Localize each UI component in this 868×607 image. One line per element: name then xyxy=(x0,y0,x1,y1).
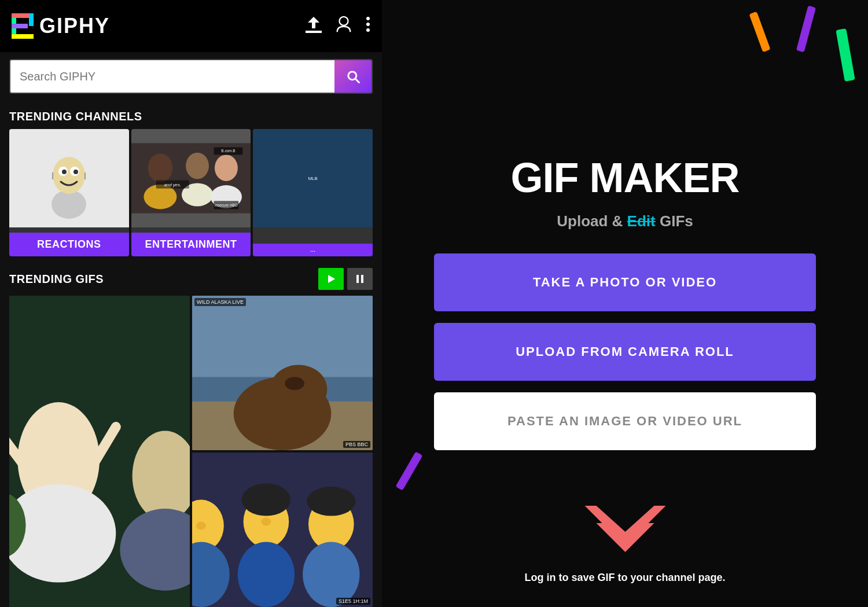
svg-point-25 xyxy=(215,154,238,181)
svg-text:insecure HBO: insecure HBO xyxy=(215,203,238,207)
svg-rect-34 xyxy=(356,275,359,283)
svg-rect-7 xyxy=(306,31,322,33)
svg-point-57 xyxy=(242,483,290,516)
gifs-grid: WILD ALASKA LIVE PBS BBC xyxy=(0,296,382,607)
svg-rect-4 xyxy=(29,13,34,26)
svg-text:B.com.B: B.com.B xyxy=(221,149,235,153)
subtitle-end: GIFs xyxy=(656,212,693,230)
search-input[interactable] xyxy=(10,60,334,93)
svg-point-21 xyxy=(148,153,172,182)
simpsons-gif-duration: S1E5 1H:1M xyxy=(336,598,370,605)
upload-icon[interactable] xyxy=(306,16,322,36)
svg-marker-33 xyxy=(328,275,335,283)
logo: GIPHY xyxy=(12,13,110,39)
svg-point-16 xyxy=(62,170,67,174)
partial-label: ... xyxy=(253,244,373,256)
subtitle-normal: Upload & xyxy=(557,212,627,230)
right-panel: GIF MAKER Upload & Edit GIFs TAKE A PHOT… xyxy=(382,0,868,607)
channel-partial: MLB ... xyxy=(253,129,373,256)
svg-rect-35 xyxy=(361,275,363,283)
svg-point-17 xyxy=(73,170,78,174)
svg-rect-45 xyxy=(192,296,373,377)
pause-button[interactable] xyxy=(347,268,373,290)
login-text: Log in to save GIF to your channel page. xyxy=(524,572,725,584)
triangle-logo xyxy=(579,500,671,558)
svg-point-12 xyxy=(52,190,86,219)
bear-gif-badge: WILD ALASKA LIVE xyxy=(194,298,246,306)
svg-point-8 xyxy=(340,17,348,25)
reactions-label: REACTIONS xyxy=(9,233,129,256)
gif-maker-content: GIF MAKER Upload & Edit GIFs TAKE A PHOT… xyxy=(428,157,822,450)
trending-channels-title: TRENDING CHANNELS xyxy=(0,101,382,129)
take-photo-video-button[interactable]: TAKE A PHOTO OR VIDEO xyxy=(434,253,816,311)
deco-purple2-shape xyxy=(395,451,422,491)
svg-point-13 xyxy=(53,157,85,194)
trending-gifs-title: TRENDING GIFS xyxy=(9,273,104,286)
deco-green-shape xyxy=(836,28,855,82)
channel-entertainment[interactable]: and yes. insecure HBO B.com.B ENTERTAINM… xyxy=(131,129,251,256)
more-options-icon[interactable] xyxy=(366,16,370,36)
upload-camera-roll-button[interactable]: UPLOAD FROM CAMERA ROLL xyxy=(434,323,816,381)
header-actions xyxy=(306,16,370,36)
play-controls xyxy=(318,268,373,290)
svg-rect-2 xyxy=(12,24,28,28)
svg-point-11 xyxy=(366,28,370,32)
gif-bear[interactable]: WILD ALASKA LIVE PBS BBC xyxy=(192,296,373,450)
svg-point-54 xyxy=(238,542,295,607)
bottom-section: Log in to save GIF to your channel page. xyxy=(524,500,725,584)
channel-reactions[interactable]: REACTIONS xyxy=(9,129,129,256)
entertainment-image: and yes. insecure HBO B.com.B xyxy=(131,129,251,227)
giphy-logo-icon xyxy=(12,13,34,39)
svg-point-58 xyxy=(307,487,355,516)
subtitle-highlight: Edit xyxy=(627,212,656,230)
entertainment-label: ENTERTAINMENT xyxy=(131,233,251,256)
svg-point-49 xyxy=(285,377,304,390)
paste-url-button[interactable]: PASTE AN IMAGE OR VIDEO URL xyxy=(434,392,816,450)
svg-point-60 xyxy=(261,517,271,525)
bear-gif-channel: PBS BBC xyxy=(343,441,370,448)
gif-maker-title: GIF MAKER xyxy=(511,157,740,198)
deco-purple-shape xyxy=(796,6,816,53)
app-header: GIPHY xyxy=(0,0,382,52)
deco-orange-shape xyxy=(749,12,770,53)
svg-text:and yes.: and yes. xyxy=(164,182,181,187)
gif-col-left xyxy=(9,296,190,607)
play-button[interactable] xyxy=(318,268,344,290)
gif-sports[interactable] xyxy=(9,296,190,607)
gif-col-right: WILD ALASKA LIVE PBS BBC xyxy=(192,296,373,607)
reactions-image xyxy=(9,129,129,227)
svg-rect-3 xyxy=(12,34,34,39)
svg-point-23 xyxy=(186,153,209,179)
logo-text: GIPHY xyxy=(39,14,110,38)
svg-point-10 xyxy=(366,23,370,26)
svg-marker-6 xyxy=(308,17,319,23)
svg-point-9 xyxy=(366,17,370,20)
search-button[interactable] xyxy=(334,60,372,93)
svg-marker-61 xyxy=(584,506,665,546)
svg-point-59 xyxy=(196,521,206,529)
trending-gifs-header: TRENDING GIFS xyxy=(0,256,382,296)
left-panel: GIPHY xyxy=(0,0,382,607)
trending-channels-grid: REACTIONS xyxy=(0,129,382,256)
search-bar xyxy=(9,59,373,94)
profile-icon[interactable] xyxy=(336,16,352,36)
gif-maker-subtitle: Upload & Edit GIFs xyxy=(557,212,693,230)
gif-simpsons[interactable]: S1E5 1H:1M xyxy=(192,453,373,607)
